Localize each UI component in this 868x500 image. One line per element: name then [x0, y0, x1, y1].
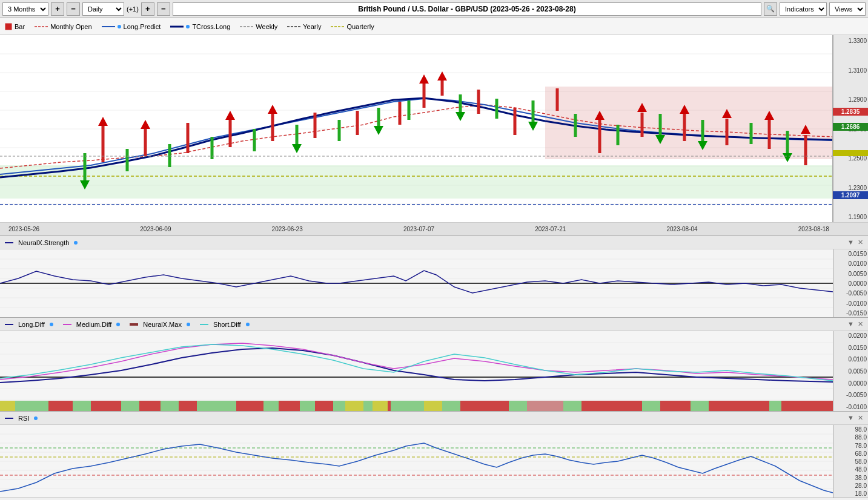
rsi-label-7: 38.0 [835, 475, 867, 481]
inc-add-button[interactable]: + [141, 2, 154, 16]
rsi-dot [34, 416, 38, 420]
ny-label-7: -0.0150 [835, 310, 867, 317]
svg-rect-109 [527, 401, 563, 412]
diff-label-4: 0.0050 [835, 368, 867, 375]
neuralx-collapse[interactable]: ▼ [847, 238, 854, 246]
svg-rect-0 [5, 24, 12, 30]
date-label-1: 2023-05-26 [8, 226, 39, 232]
svg-rect-103 [179, 401, 197, 412]
diff-label-3: 0.0100 [835, 356, 867, 363]
neuralx-title: NeuralX.Strength [18, 239, 69, 246]
date-label-2: 2023-06-09 [140, 226, 171, 232]
neuralx-close[interactable]: ✕ [858, 238, 863, 246]
neuralxmax-label: NeuralX.Max [143, 321, 182, 328]
date-label-6: 2023-08-04 [666, 226, 697, 232]
date-axis: 2023-05-26 2023-06-09 2023-06-23 2023-07… [0, 223, 868, 236]
svg-rect-115 [345, 401, 363, 412]
svg-rect-110 [581, 401, 642, 412]
rsi-close[interactable]: ✕ [858, 414, 863, 422]
rsi-title: RSI [18, 415, 29, 422]
diff-header: Long.Diff Medium.Diff NeuralX.Max Short.… [0, 318, 868, 331]
date-label-3: 2023-06-23 [272, 226, 303, 232]
legend-tcross-long: TCross.Long [170, 23, 230, 30]
svg-rect-117 [424, 401, 442, 412]
rsi-label-1: 98.0 [835, 426, 867, 433]
price-badge-green: 1.2686 [833, 123, 868, 131]
rsi-header: RSI ▼ ✕ [0, 412, 868, 425]
legend-bar-item: Bar [5, 23, 25, 30]
chart-title: British Pound / U.S. Dollar - GBP/USD (2… [173, 2, 761, 16]
diff-label-1: 0.0200 [835, 332, 867, 339]
legend-long-predict: Long.Predict [102, 23, 161, 30]
rsi-label-3: 78.0 [835, 442, 867, 449]
svg-rect-101 [91, 401, 121, 412]
short-diff-label: Short.Diff [213, 321, 241, 328]
rsi-label-6: 48.0 [835, 466, 867, 473]
search-button[interactable]: 🔍 [764, 2, 777, 16]
neuralx-panel: NeuralX.Strength ▼ ✕ 0.0150 0.0100 0.005… [0, 236, 868, 318]
svg-rect-105 [279, 401, 300, 412]
diff-collapse[interactable]: ▼ [847, 320, 854, 328]
price-6: 1.2300 [835, 185, 867, 191]
diff-label-5: 0.0000 [835, 380, 867, 387]
svg-rect-111 [660, 401, 691, 412]
legend-monthly-open: Monthly Open [35, 23, 91, 30]
svg-rect-104 [236, 401, 263, 412]
svg-rect-102 [139, 401, 161, 412]
legend-quarterly: Quarterly [331, 23, 374, 30]
rsi-label-9: 18.0 [835, 490, 867, 497]
price-badge-red: 1.2835 [833, 108, 868, 116]
neuralx-dot [74, 241, 78, 245]
rsi-label-2: 88.0 [835, 434, 867, 441]
price-badge-yellow [833, 150, 868, 156]
legend-weekly: Weekly [240, 23, 277, 30]
diff-label-6: -0.0050 [835, 392, 867, 398]
svg-rect-17 [0, 165, 833, 199]
price-1: 1.3300 [835, 38, 867, 44]
ny-label-5: -0.0050 [835, 290, 867, 297]
rsi-label-8: 28.0 [835, 482, 867, 489]
svg-rect-113 [781, 401, 833, 412]
long-diff-label: Long.Diff [18, 321, 45, 328]
period-minus-button[interactable]: − [67, 2, 80, 16]
increment-label: (+1) [127, 5, 139, 13]
svg-rect-119 [0, 425, 833, 498]
views-select[interactable]: Views [829, 2, 866, 16]
ny-label-6: -0.0100 [835, 300, 867, 307]
date-label-4: 2023-07-07 [403, 226, 434, 232]
period-select[interactable]: 3 Months 1 Month 6 Months 1 Year [2, 2, 48, 16]
legend-bar: Bar Monthly Open Long.Predict TCross.Lon… [0, 18, 868, 35]
diff-panel: Long.Diff Medium.Diff NeuralX.Max Short.… [0, 318, 868, 412]
legend-yearly: Yearly [287, 23, 321, 30]
diff-label-2: 0.0150 [835, 344, 867, 351]
svg-rect-106 [315, 401, 333, 412]
diff-label-7: -0.0100 [835, 404, 867, 410]
ny-label-3: 0.0050 [835, 271, 867, 277]
main-chart[interactable]: 1.3300 1.3100 1.2900 1.2700 1.2500 1.230… [0, 35, 868, 223]
neuralx-header: NeuralX.Strength ▼ ✕ [0, 236, 868, 249]
ny-label-1: 0.0150 [835, 251, 867, 257]
svg-rect-112 [709, 401, 769, 412]
inc-minus-button[interactable]: − [157, 2, 170, 16]
rsi-label-4: 68.0 [835, 450, 867, 457]
svg-rect-99 [0, 401, 833, 412]
medium-diff-label: Medium.Diff [76, 321, 111, 328]
toolbar: 3 Months 1 Month 6 Months 1 Year + − Dai… [0, 0, 868, 18]
svg-rect-89 [130, 323, 138, 326]
diff-close[interactable]: ✕ [858, 320, 863, 328]
rsi-collapse[interactable]: ▼ [847, 414, 854, 422]
ny-label-2: 0.0100 [835, 260, 867, 267]
rsi-panel: RSI ▼ ✕ 98.0 [0, 412, 868, 498]
date-label-7: 2023-08-18 [798, 226, 829, 232]
rsi-label-5: 58.0 [835, 458, 867, 465]
frequency-select[interactable]: Daily Weekly Monthly [82, 2, 124, 16]
ny-label-4: 0.0000 [835, 280, 867, 287]
price-2: 1.3100 [835, 67, 867, 74]
price-badge-blue: 1.2097 [833, 191, 868, 199]
indicators-select[interactable]: Indicators [780, 2, 827, 16]
svg-rect-116 [373, 401, 388, 412]
price-7: 1.1900 [835, 214, 867, 220]
period-add-button[interactable]: + [51, 2, 64, 16]
svg-rect-100 [48, 401, 73, 412]
date-label-5: 2023-07-21 [535, 226, 566, 232]
